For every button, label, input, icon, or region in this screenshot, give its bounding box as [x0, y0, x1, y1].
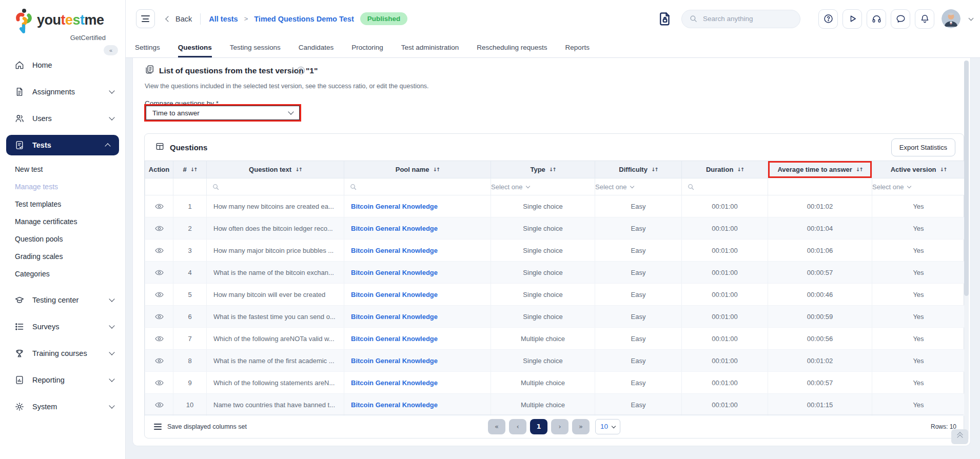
sidebar-collapse-button[interactable]: «	[104, 45, 118, 55]
help-button[interactable]	[818, 9, 838, 29]
breadcrumb-all-tests[interactable]: All tests	[209, 15, 238, 23]
column-header[interactable]: Average time to answer ↓↑	[768, 161, 872, 178]
sidebar-subitem-new-test[interactable]: New test	[0, 161, 125, 178]
chevron-down-icon	[612, 424, 616, 428]
current-page-button[interactable]: 1	[530, 419, 547, 434]
column-header[interactable]: Difficulty ↓↑	[595, 161, 682, 178]
column-header[interactable]: Question text ↓↑	[207, 161, 344, 178]
column-header[interactable]: # ↓↑	[173, 161, 207, 178]
tab[interactable]: Candidates	[299, 37, 334, 57]
column-header[interactable]: Pool name ↓↑	[344, 161, 491, 178]
view-question-button[interactable]	[154, 400, 164, 410]
column-header[interactable]: Active version ↓↑	[872, 161, 965, 178]
sidebar-subitem-categories[interactable]: Categories	[0, 265, 125, 283]
column-header[interactable]: Duration ↓↑	[682, 161, 768, 178]
tab[interactable]: Questions	[178, 37, 212, 57]
view-question-button[interactable]	[154, 290, 164, 300]
tab[interactable]: Rescheduling requests	[477, 37, 547, 57]
eye-icon	[154, 268, 164, 277]
tab[interactable]: Reports	[565, 37, 590, 57]
breadcrumb-test-name[interactable]: Timed Questions Demo Test	[254, 15, 354, 23]
prev-page-button[interactable]: ‹	[509, 419, 526, 434]
secure-document-icon[interactable]	[657, 11, 673, 27]
tab-label: Proctoring	[351, 44, 383, 51]
chat-button[interactable]	[891, 9, 910, 29]
pool-name-link[interactable]: Bitcoin General Knowledge	[351, 379, 438, 387]
export-statistics-button[interactable]: Export Statistics	[891, 138, 955, 156]
view-question-button[interactable]	[154, 202, 164, 211]
column-select-filter[interactable]: Select one	[872, 183, 965, 191]
pool-name-link[interactable]: Bitcoin General Knowledge	[351, 291, 438, 298]
pool-name-link[interactable]: Bitcoin General Knowledge	[351, 357, 438, 365]
column-select-filter[interactable]: Select one	[491, 183, 595, 191]
sidebar-item-label: Testing center	[32, 296, 110, 304]
view-question-button[interactable]	[154, 268, 164, 277]
column-search-input[interactable]	[344, 183, 491, 191]
view-question-button[interactable]	[154, 356, 164, 366]
average-time-to-answer: 00:01:02	[768, 195, 872, 217]
view-question-button[interactable]	[154, 224, 164, 233]
table-grid-icon	[155, 142, 170, 153]
user-avatar[interactable]	[942, 9, 961, 28]
sidebar-subitem-test-templates[interactable]: Test templates	[0, 195, 125, 213]
question-duration: 00:01:00	[682, 195, 768, 217]
column-header[interactable]: Type ↓↑	[491, 161, 595, 178]
help-circle-icon[interactable]: ?	[297, 67, 305, 74]
avatar-menu-chevron[interactable]	[969, 15, 974, 21]
compare-questions-dropdown[interactable]: Time to answer	[146, 106, 300, 120]
scrollbar-thumb[interactable]	[964, 61, 969, 296]
view-question-button[interactable]	[154, 334, 164, 344]
action-cell	[145, 372, 173, 394]
table-header-row: Action # ↓↑ Question text ↓↑ Pool name ↓…	[145, 161, 965, 178]
notifications-bell-button[interactable]	[915, 9, 934, 29]
sidebar-item-testing-center[interactable]: Testing center	[0, 290, 125, 310]
column-search-input[interactable]	[207, 183, 344, 191]
column-select-filter[interactable]: Select one	[595, 183, 681, 191]
first-page-button[interactable]: «	[488, 419, 505, 434]
pool-name-link[interactable]: Bitcoin General Knowledge	[351, 401, 438, 409]
sidebar-item-training-courses[interactable]: Training courses	[0, 343, 125, 364]
sidebar-item-label: Surveys	[32, 323, 110, 331]
sidebar-subitem-grading-scales[interactable]: Grading scales	[0, 248, 125, 265]
sidebar-item-users[interactable]: Users	[0, 108, 125, 129]
scroll-to-top-button[interactable]	[951, 429, 968, 444]
view-question-button[interactable]	[154, 378, 164, 388]
pool-name-link[interactable]: Bitcoin General Knowledge	[351, 225, 438, 232]
tour-play-button[interactable]	[842, 9, 862, 29]
column-header-label: Active version	[891, 166, 936, 173]
sidebar-subitem-question-pools[interactable]: Question pools	[0, 230, 125, 248]
tab[interactable]: Testing sessions	[230, 37, 281, 57]
sidebar-subitem-manage-certificates[interactable]: Manage certificates	[0, 213, 125, 230]
pool-name-link[interactable]: Bitcoin General Knowledge	[351, 247, 438, 254]
question-text: Which of the following areNOTa valid w..…	[207, 328, 344, 350]
last-page-button[interactable]: »	[572, 419, 590, 434]
sidebar-subitem-manage-tests[interactable]: Manage tests	[0, 178, 125, 195]
question-text: How many new bitcoins are created ea...	[207, 195, 344, 217]
view-question-button[interactable]	[154, 246, 164, 255]
page-subtitle: View the questions included in the selec…	[133, 76, 970, 90]
pool-name-link[interactable]: Bitcoin General Knowledge	[351, 313, 438, 321]
support-headset-button[interactable]	[867, 9, 886, 29]
save-columns-button[interactable]: Save displayed columns set	[154, 423, 247, 430]
top-header: Back All tests > Timed Questions Demo Te…	[126, 0, 980, 37]
view-question-button[interactable]	[154, 312, 164, 322]
tab[interactable]: Test administration	[401, 37, 459, 57]
sidebar-item-home[interactable]: Home	[0, 55, 125, 75]
sidebar-item-assignments[interactable]: Assignments	[0, 82, 125, 102]
pool-name-link[interactable]: Bitcoin General Knowledge	[351, 203, 438, 210]
search-input[interactable]	[703, 15, 785, 23]
menu-toggle-button[interactable]	[136, 9, 155, 28]
active-version: Yes	[872, 306, 965, 328]
tab[interactable]: Settings	[135, 37, 160, 57]
column-search-input[interactable]	[682, 183, 768, 191]
sidebar-item-tests[interactable]: Tests	[6, 135, 119, 155]
next-page-button[interactable]: ›	[551, 419, 569, 434]
pool-name-link[interactable]: Bitcoin General Knowledge	[351, 335, 438, 343]
tab[interactable]: Proctoring	[351, 37, 383, 57]
page-size-select[interactable]: 10	[595, 419, 620, 434]
back-button[interactable]: Back	[166, 15, 192, 23]
sidebar-item-reporting[interactable]: Reporting	[0, 370, 125, 390]
sidebar-item-system[interactable]: System	[0, 396, 125, 417]
sidebar-item-surveys[interactable]: Surveys	[0, 316, 125, 337]
pool-name-link[interactable]: Bitcoin General Knowledge	[351, 269, 438, 276]
